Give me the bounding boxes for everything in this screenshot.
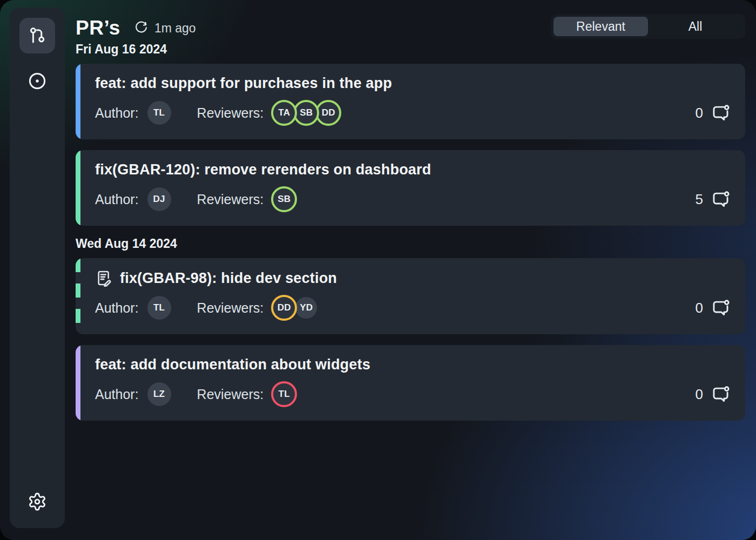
git-branch-icon <box>27 25 48 46</box>
pr-card[interactable]: feat: add support for purchases in the a… <box>76 64 745 139</box>
pr-title: fix(GBAR-98): hide dev section <box>120 270 337 287</box>
author-avatar: TL <box>147 101 171 125</box>
status-accent-strip <box>76 345 80 421</box>
reviewer-avatar: YD <box>293 295 319 321</box>
pr-meta-row: Author: DJ Reviewers: SB 5 <box>95 186 730 212</box>
card-list: feat: add support for purchases in the a… <box>76 64 745 226</box>
comment-count: 0 <box>696 300 703 316</box>
page-title: PR’s <box>76 17 120 39</box>
tab-all[interactable]: All <box>648 17 742 36</box>
comment-count: 0 <box>696 105 703 122</box>
comments-indicator: 0 <box>696 104 730 123</box>
comments-indicator: 0 <box>696 385 730 404</box>
pr-card[interactable]: feat: add documentation about widgets Au… <box>76 345 745 421</box>
sidebar-item-pull-requests[interactable] <box>19 18 55 53</box>
date-section: Wed Aug 14 2024 fix(GBAR-98): hide dev s… <box>76 237 745 421</box>
comment-count: 5 <box>696 191 703 208</box>
author-avatar: TL <box>147 296 171 320</box>
date-heading: Fri Aug 16 2024 <box>76 42 745 57</box>
refreshed-ago: 1m ago <box>154 21 196 36</box>
reviewer-avatar: DD <box>315 100 341 126</box>
pr-meta-row: Author: TL Reviewers: DDYD 0 <box>95 295 730 321</box>
card-list: fix(GBAR-98): hide dev section Author: T… <box>76 258 745 421</box>
reviewers-label: Reviewers: <box>197 105 264 121</box>
status-accent-strip <box>76 64 80 139</box>
settings-button[interactable] <box>19 484 55 519</box>
reviewer-avatar: SB <box>293 100 319 126</box>
reviewer-avatar: TL <box>271 381 297 407</box>
refresh-icon <box>134 21 148 36</box>
sidebar <box>10 8 65 528</box>
header: PR’s 1m ago Relevant All <box>76 0 745 41</box>
pr-card[interactable]: fix(GBAR-120): remove rerenders on dashb… <box>76 150 745 226</box>
comments-indicator: 0 <box>696 299 730 318</box>
author-label: Author: <box>95 192 139 207</box>
comments-indicator: 5 <box>696 190 730 209</box>
pr-meta-row: Author: TL Reviewers: TASBDD 0 <box>95 100 730 126</box>
pr-card[interactable]: fix(GBAR-98): hide dev section Author: T… <box>76 258 745 334</box>
pr-title-row: feat: add documentation about widgets <box>95 356 730 373</box>
author-label: Author: <box>95 105 139 121</box>
date-heading: Wed Aug 14 2024 <box>76 237 745 251</box>
author-avatar: LZ <box>147 382 171 406</box>
comment-with-dot-icon <box>711 385 730 404</box>
gear-icon <box>28 492 47 511</box>
reviewers-label: Reviewers: <box>197 387 264 402</box>
comment-count: 0 <box>696 386 703 403</box>
pr-title-row: fix(GBAR-120): remove rerenders on dashb… <box>95 161 730 178</box>
comment-with-dot-icon <box>711 104 730 123</box>
sidebar-item-issues[interactable] <box>19 63 55 99</box>
file-pen-icon <box>95 269 112 287</box>
reviewers-label: Reviewers: <box>197 300 264 316</box>
reviewer-avatar: TA <box>271 100 297 126</box>
status-accent-strip <box>76 150 80 226</box>
reviewer-avatar: DD <box>271 295 297 321</box>
reviewer-list: TL <box>271 381 297 407</box>
filter-toggle: Relevant All <box>551 14 745 39</box>
main-content: PR’s 1m ago Relevant All Fri Aug 16 2024 <box>76 0 745 540</box>
pr-title: feat: add support for purchases in the a… <box>95 75 392 92</box>
reviewer-list: DDYD <box>271 295 319 321</box>
comment-with-dot-icon <box>711 299 730 318</box>
reviewer-list: TASBDD <box>271 100 341 126</box>
pr-title: feat: add documentation about widgets <box>95 356 370 373</box>
issue-circle-dot-icon <box>27 71 48 91</box>
status-accent-strip <box>76 258 80 334</box>
reviewer-list: SB <box>271 186 297 212</box>
refresh-button[interactable] <box>134 21 148 36</box>
pr-meta-row: Author: LZ Reviewers: TL 0 <box>95 381 730 407</box>
pr-feed: Fri Aug 16 2024 feat: add support for pu… <box>76 41 745 421</box>
author-avatar: DJ <box>147 187 171 211</box>
reviewer-avatar: SB <box>271 186 297 212</box>
app-window: PR’s 1m ago Relevant All Fri Aug 16 2024 <box>0 0 756 540</box>
date-section: Fri Aug 16 2024 feat: add support for pu… <box>76 42 745 226</box>
author-label: Author: <box>95 300 139 316</box>
pr-title-row: feat: add support for purchases in the a… <box>95 75 730 92</box>
pr-title-row: fix(GBAR-98): hide dev section <box>95 269 730 287</box>
comment-with-dot-icon <box>711 190 730 209</box>
pr-title: fix(GBAR-120): remove rerenders on dashb… <box>95 161 431 178</box>
author-label: Author: <box>95 387 139 402</box>
reviewers-label: Reviewers: <box>197 192 264 207</box>
tab-relevant[interactable]: Relevant <box>554 17 648 36</box>
